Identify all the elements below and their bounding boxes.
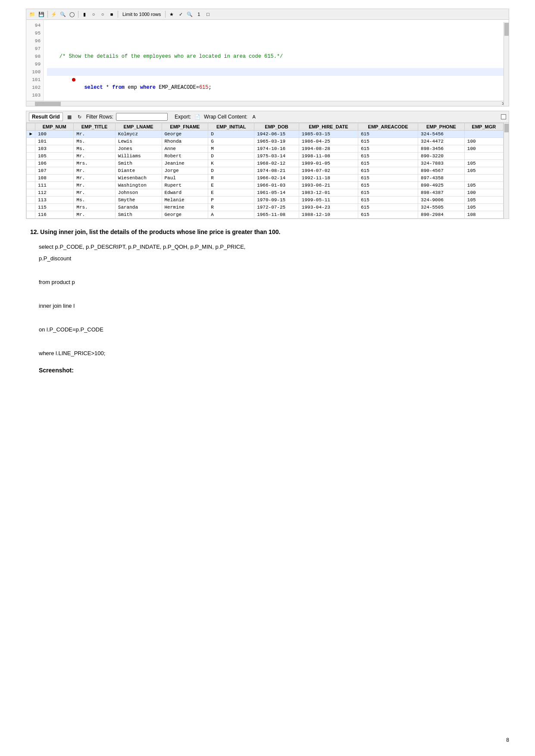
- sql-line-7: on l.P_CODE=p.P_CODE: [39, 325, 505, 334]
- table-cell: 615: [358, 182, 418, 189]
- sql-line-8: [39, 336, 505, 346]
- screenshot-label: Screenshot:: [39, 367, 505, 374]
- editor-toolbar: 📁 💾 ⚡ 🔍 ◯ ▮ ○ ○ ■ Limit to 1000 rows ★ ✓…: [26, 9, 509, 20]
- stop-icon[interactable]: ◯: [68, 10, 76, 18]
- table-cell: 105: [464, 160, 503, 167]
- table-header-row: EMP_NUM EMP_TITLE EMP_LNAME EMP_FNAME EM…: [27, 123, 504, 131]
- star-icon[interactable]: ★: [168, 10, 175, 18]
- result-grid-tab[interactable]: Result Grid: [29, 112, 63, 121]
- execute-icon[interactable]: 🔍: [59, 10, 67, 18]
- table-cell: 324-5456: [418, 131, 465, 138]
- save-icon[interactable]: 💾: [38, 10, 45, 18]
- result-scrollbar-thumb: [504, 124, 509, 132]
- table-cell: Paul: [162, 175, 208, 182]
- result-table: EMP_NUM EMP_TITLE EMP_LNAME EMP_FNAME EM…: [26, 123, 504, 219]
- table-row[interactable]: 116Mr.SmithGeorgeA1965-11-081988-12-1061…: [27, 211, 504, 219]
- table-cell: Johnson: [115, 189, 162, 197]
- table-row[interactable]: 106Mrs.SmithJeanineK1968-02-121989-01-05…: [27, 160, 504, 167]
- table-cell: Williams: [115, 153, 162, 160]
- editor-scrollbar-right[interactable]: [504, 22, 509, 106]
- table-row[interactable]: 111Mr.WashingtonRupertE1966-01-031993-06…: [27, 182, 504, 189]
- toggle-icon[interactable]: [501, 114, 506, 119]
- table-cell: 890-2984: [418, 211, 465, 219]
- th-emp-hire-date[interactable]: EMP_HIRE_DATE: [299, 123, 358, 131]
- th-emp-fname[interactable]: EMP_FNAME: [162, 123, 208, 131]
- table-cell: 890-4567: [418, 167, 465, 175]
- table-cell: Ms.: [74, 145, 116, 153]
- grid-icon[interactable]: ■: [108, 10, 116, 18]
- filter-input[interactable]: [116, 113, 168, 121]
- breakpoint-dot[interactable]: [72, 78, 75, 81]
- table-row[interactable]: 105Mr.WilliamsRobertD1975-03-141998-11-0…: [27, 153, 504, 160]
- th-emp-initial[interactable]: EMP_INITIAL: [208, 123, 254, 131]
- editor-scrollbar-bottom[interactable]: >: [26, 101, 509, 106]
- export-icon[interactable]: □: [204, 10, 212, 18]
- check-icon[interactable]: ✓: [177, 10, 185, 18]
- table-cell: 1985-03-15: [299, 131, 358, 138]
- sql-line-6: [39, 312, 505, 322]
- table-cell: 615: [358, 204, 418, 211]
- sql-line-from: from product p: [39, 277, 505, 287]
- circle-icon[interactable]: ○: [90, 10, 97, 18]
- result-table-area: EMP_NUM EMP_TITLE EMP_LNAME EMP_FNAME EM…: [26, 123, 509, 219]
- table-cell: 105: [35, 153, 74, 160]
- sql-editor-body[interactable]: 94 95 96 97 98 99 100 101 102 103 /* Sho…: [26, 20, 509, 101]
- table-cell: 105: [464, 197, 503, 204]
- table-cell: 1999-05-11: [299, 197, 358, 204]
- table-cell: Ms.: [74, 197, 116, 204]
- table-cell: 898-3456: [418, 145, 465, 153]
- table-row[interactable]: ►100Mr.KolmyczGeorgeD1942-06-151985-03-1…: [27, 131, 504, 138]
- table-cell: Mr.: [74, 167, 116, 175]
- result-refresh-icon[interactable]: ↻: [76, 113, 84, 121]
- table-cell: Melanie: [162, 197, 208, 204]
- search-icon[interactable]: 🔍: [186, 10, 194, 18]
- info-icon[interactable]: 1: [195, 10, 203, 18]
- th-emp-areacode[interactable]: EMP_AREACODE: [358, 123, 418, 131]
- table-cell: A: [208, 211, 254, 219]
- question12-section: 12. Using inner join, list the details o…: [26, 228, 509, 374]
- wrap-icon[interactable]: A: [250, 113, 258, 121]
- table-cell: 100: [464, 145, 503, 153]
- db-icon[interactable]: ▮: [81, 10, 88, 18]
- sep3: [118, 11, 118, 18]
- table-row[interactable]: 103Ms.JonesAnneM1974-10-161994-08-286158…: [27, 145, 504, 153]
- th-emp-mgr[interactable]: EMP_MGR: [464, 123, 503, 131]
- sql-line-99: [47, 60, 505, 68]
- table-cell: K: [208, 160, 254, 167]
- result-table-wrapper[interactable]: EMP_NUM EMP_TITLE EMP_LNAME EMP_FNAME EM…: [26, 123, 504, 219]
- th-emp-dob[interactable]: EMP_DOB: [254, 123, 299, 131]
- table-row[interactable]: 108Mr.WiesenbachPaulR1966-02-141992-11-1…: [27, 175, 504, 182]
- result-grid-icon[interactable]: ▦: [66, 113, 73, 121]
- table-row[interactable]: 101Ms.LewisRhondaG1965-03-191986-04-2561…: [27, 138, 504, 145]
- table-cell: [464, 175, 503, 182]
- table-cell: 898-4387: [418, 189, 465, 197]
- table-cell: Mrs.: [74, 160, 116, 167]
- table-cell: 100: [35, 131, 74, 138]
- th-emp-phone[interactable]: EMP_PHONE: [418, 123, 465, 131]
- circle2-icon[interactable]: ○: [99, 10, 106, 18]
- table-cell: 1988-12-10: [299, 211, 358, 219]
- export-btn-icon[interactable]: 📄: [194, 113, 201, 121]
- refresh-icon[interactable]: ⚡: [50, 10, 58, 18]
- th-emp-title[interactable]: EMP_TITLE: [74, 123, 116, 131]
- th-emp-num[interactable]: EMP_NUM: [35, 123, 74, 131]
- table-row[interactable]: 107Mr.DianteJorgeD1974-08-211994-07-0261…: [27, 167, 504, 175]
- table-cell: 116: [35, 211, 74, 219]
- folder-icon[interactable]: 📁: [28, 10, 36, 18]
- table-row[interactable]: 115Mrs.SarandaHermineR1972-07-251993-04-…: [27, 204, 504, 211]
- question12-title: 12. Using inner join, list the details o…: [30, 228, 505, 237]
- sql-line-9: where l.LINE_PRICE>100;: [39, 348, 505, 358]
- table-cell: 890-3220: [418, 153, 465, 160]
- row-indicator: ►: [27, 131, 35, 138]
- result-scrollbar[interactable]: [504, 123, 509, 219]
- row-indicator: [27, 167, 35, 175]
- question-title-text: Using inner join, list the details of th…: [40, 228, 280, 235]
- table-cell: 615: [358, 160, 418, 167]
- sql-content[interactable]: /* Show the details of the employees who…: [44, 20, 509, 101]
- table-cell: 1965-03-19: [254, 138, 299, 145]
- table-cell: 107: [35, 167, 74, 175]
- table-cell: 105: [464, 204, 503, 211]
- table-row[interactable]: 112Mr.JohnsonEdwardE1961-05-141983-12-01…: [27, 189, 504, 197]
- th-emp-lname[interactable]: EMP_LNAME: [115, 123, 162, 131]
- table-row[interactable]: 113Ms.SmytheMelanieP1970-09-151999-05-11…: [27, 197, 504, 204]
